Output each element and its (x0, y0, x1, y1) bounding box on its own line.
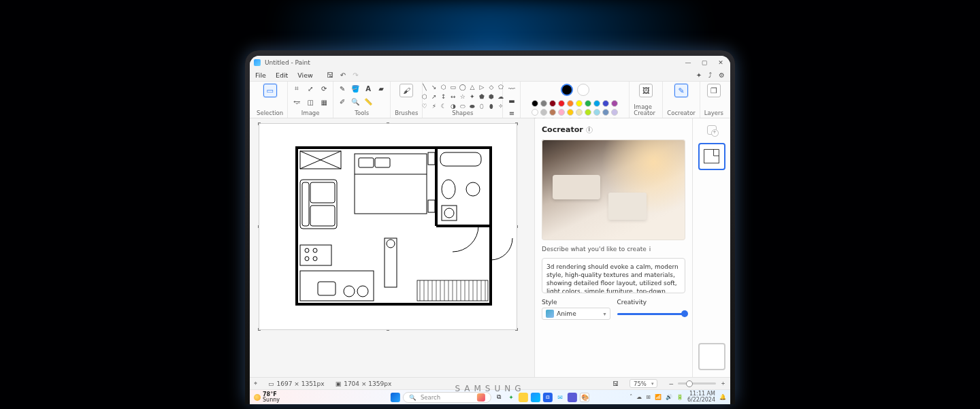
zoom-in-icon[interactable]: ＋ (720, 379, 726, 388)
task-view-icon[interactable]: ⧉ (494, 393, 504, 402)
taskbar-clock[interactable]: 11:11 AM 6/22/2024 (687, 391, 715, 403)
edge-icon[interactable] (531, 393, 540, 402)
svg-point-25 (313, 257, 317, 261)
palette-swatch[interactable] (611, 109, 618, 116)
canvas-sheet[interactable] (259, 124, 517, 329)
zoom-slider[interactable] (678, 382, 716, 385)
notifications-icon[interactable]: 🔔 (719, 394, 726, 400)
magnify-icon[interactable]: 🔍 (350, 97, 360, 106)
rotate-icon[interactable]: ⟳ (319, 84, 329, 93)
settings-gear-icon[interactable]: ⚙ (719, 71, 725, 79)
palette-swatch[interactable] (576, 109, 583, 116)
store-icon[interactable]: ⧈ (543, 393, 553, 402)
color-2[interactable] (577, 84, 589, 96)
palette-swatch[interactable] (532, 109, 538, 116)
palette-swatch[interactable] (549, 100, 556, 107)
copilot-icon[interactable]: ✦ (696, 71, 702, 79)
fill-icon[interactable]: 🪣 (350, 84, 360, 93)
shape-fill-icon[interactable]: ▬ (507, 96, 517, 105)
palette-swatch[interactable] (576, 100, 583, 107)
image-dims-icon: ▣ (336, 380, 342, 387)
palette-swatch[interactable] (593, 109, 600, 116)
shapes-gallery[interactable]: ╲↘⬡▭◯△▷◇⬠ ⬡↗↕↔☆✦⬟⬢☁ ♡⚡☾◑⬭⬬⬯⬮✧ (421, 84, 504, 110)
zoom-dropdown[interactable]: 75% (630, 379, 657, 388)
wifi-icon[interactable]: 📶 (655, 394, 662, 400)
style-select[interactable]: Anime (542, 308, 610, 320)
palette-swatch[interactable] (567, 109, 574, 116)
flip-icon[interactable]: ⭋ (292, 97, 301, 107)
svg-point-17 (442, 180, 455, 199)
minimize-button[interactable]: — (684, 59, 692, 66)
onedrive-icon[interactable]: ☁ (636, 394, 642, 400)
palette-swatch[interactable] (602, 100, 609, 107)
share-icon[interactable]: ⤴ (708, 71, 712, 79)
taskbar-weather[interactable]: 78°F Sunny (254, 392, 280, 403)
select-tool[interactable]: ▭ (261, 84, 279, 97)
palette-swatch[interactable] (540, 109, 547, 116)
info-icon[interactable]: i (586, 127, 593, 133)
brush-tool[interactable]: 🖌 (397, 84, 415, 97)
palette-swatch[interactable] (558, 100, 565, 107)
cocreator-preview-image[interactable] (542, 140, 685, 240)
color-picker-icon[interactable]: ✐ (338, 97, 347, 106)
palette-swatch[interactable] (540, 100, 547, 107)
select-icon[interactable]: ◫ (306, 97, 315, 107)
shape-outline-icon[interactable]: 〰 (507, 84, 517, 93)
layer-thumb-background[interactable] (698, 343, 725, 370)
volume-icon[interactable]: 🔊 (666, 394, 672, 400)
explorer-icon[interactable] (519, 393, 528, 402)
remove-bg-icon[interactable]: ▦ (319, 97, 329, 107)
teams-icon[interactable] (568, 393, 577, 402)
palette-swatch[interactable] (585, 100, 591, 107)
palette-swatch[interactable] (602, 109, 609, 116)
autosave-icon[interactable]: 🖫 (612, 380, 619, 387)
copilot-icon[interactable]: ✦ (506, 393, 516, 402)
undo-icon[interactable]: ↶ (340, 71, 346, 79)
palette-swatch[interactable] (593, 100, 600, 107)
ruler-icon[interactable]: 📏 (363, 97, 373, 106)
palette-swatch[interactable] (567, 100, 574, 107)
info-icon[interactable]: i (649, 246, 651, 252)
menu-edit[interactable]: Edit (276, 71, 288, 79)
text-icon[interactable]: A (363, 84, 373, 93)
color-1[interactable] (561, 84, 573, 96)
start-button[interactable] (391, 393, 400, 402)
ribbon-group-image: ⌗ ⤢ ⟳ ⭋ ◫ ▦ Image (288, 82, 333, 118)
eraser-icon[interactable]: ▰ (376, 84, 386, 93)
redo-icon[interactable]: ↷ (353, 71, 358, 79)
cocreator-panel: Cocreator i Describe what you'd like to … (534, 118, 692, 377)
palette-swatch[interactable] (558, 109, 565, 116)
palette-swatch[interactable] (549, 109, 556, 116)
svg-rect-15 (428, 200, 435, 212)
creativity-slider[interactable] (617, 308, 686, 320)
paint-window: Untitled - Paint — ▢ ✕ File Edit View 🖫 … (250, 56, 730, 404)
chevron-up-icon[interactable]: ˄ (630, 394, 632, 400)
layers-button[interactable]: ❐ (705, 84, 723, 97)
canvas-area[interactable] (250, 118, 534, 377)
svg-rect-27 (318, 282, 336, 295)
close-button[interactable]: ✕ (717, 59, 725, 66)
layer-thumb-active[interactable] (698, 143, 725, 170)
palette-swatch[interactable] (611, 100, 618, 107)
cocreator-button[interactable]: ✎ (672, 84, 690, 97)
svg-rect-6 (300, 180, 337, 229)
mail-icon[interactable]: ✉ (555, 393, 565, 402)
resize-icon[interactable]: ⤢ (306, 84, 315, 93)
palette-swatch[interactable] (585, 109, 591, 116)
image-creator-button[interactable]: 🖼 (637, 84, 655, 97)
shape-size-icon[interactable]: ≡ (507, 108, 517, 118)
save-icon[interactable]: 🖫 (327, 71, 333, 79)
menu-file[interactable]: File (255, 71, 266, 79)
palette-row-2 (532, 109, 618, 116)
language-icon[interactable]: ⊞ (646, 394, 651, 400)
maximize-button[interactable]: ▢ (700, 59, 708, 66)
paint-taskbar-icon[interactable]: 🎨 (580, 393, 589, 402)
add-layer-button[interactable] (707, 125, 717, 135)
zoom-out-icon[interactable]: − (668, 380, 674, 387)
cocreator-prompt-textarea[interactable]: 3d rendering should evoke a calm, modern… (542, 258, 685, 293)
pencil-icon[interactable]: ✎ (338, 84, 347, 93)
menu-view[interactable]: View (297, 71, 313, 79)
crop-icon[interactable]: ⌗ (292, 84, 301, 93)
battery-icon[interactable]: 🔋 (676, 394, 683, 400)
palette-swatch[interactable] (532, 100, 538, 107)
